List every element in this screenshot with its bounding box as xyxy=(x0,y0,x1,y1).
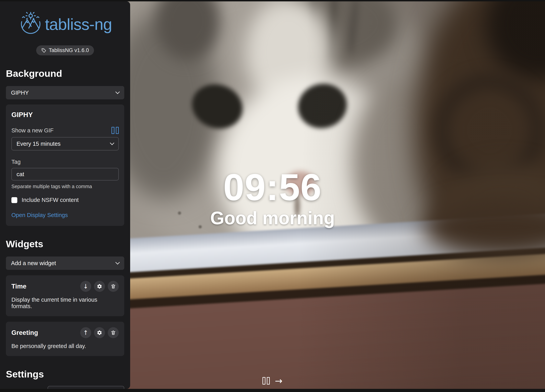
giphy-panel-title: GIPHY xyxy=(11,111,119,119)
settings-sidebar: tabliss-ng TablissNG v1.6.0 Background G… xyxy=(0,1,130,389)
pause-icon xyxy=(262,377,266,385)
arrow-right-icon: → xyxy=(275,375,283,386)
widget-title: Greeting xyxy=(11,329,38,336)
app-logo: tabliss-ng xyxy=(6,12,124,37)
giphy-panel: GIPHY Show a new GIF Every 15 minutes Ta… xyxy=(6,104,124,226)
chevron-down-icon xyxy=(110,141,114,145)
background-provider-value: GIPHY xyxy=(11,90,29,96)
time-widget-card: Time ↓ Display the current time in vario… xyxy=(6,275,124,316)
next-background-button[interactable]: → xyxy=(275,376,283,385)
pause-background-button[interactable] xyxy=(262,377,270,385)
background-provider-select[interactable]: GIPHY xyxy=(6,86,124,99)
background-heading: Background xyxy=(6,68,124,79)
app-container: 09:56 Good morning → tabliss-ng xyxy=(0,0,545,392)
widget-description: Be personally greeted all day. xyxy=(11,343,119,349)
widget-title: Time xyxy=(11,283,26,290)
pause-rotation-button[interactable] xyxy=(111,127,119,134)
pause-icon xyxy=(116,127,119,134)
add-widget-select[interactable]: Add a new widget xyxy=(6,256,124,270)
widget-settings-button[interactable] xyxy=(94,281,105,292)
language-select[interactable]: English (US) xyxy=(48,386,124,389)
settings-heading: Settings xyxy=(6,369,124,380)
trash-icon xyxy=(111,330,116,335)
widget-description: Display the current time in various form… xyxy=(11,296,119,309)
trash-icon xyxy=(111,283,116,289)
tag-icon xyxy=(41,48,46,53)
chevron-down-icon xyxy=(115,260,120,265)
nsfw-checkbox[interactable] xyxy=(11,197,17,203)
delete-widget-button[interactable] xyxy=(108,281,119,292)
chevron-down-icon xyxy=(115,90,120,94)
gear-icon xyxy=(97,283,102,289)
widget-settings-button[interactable] xyxy=(94,327,105,338)
gear-icon xyxy=(97,330,102,335)
move-widget-up-button[interactable]: ↑ xyxy=(80,327,91,338)
add-widget-placeholder: Add a new widget xyxy=(11,260,56,266)
mountain-logo-icon xyxy=(18,12,43,37)
refresh-interval-value: Every 15 minutes xyxy=(17,141,61,147)
version-badge-label: TablissNG v1.6.0 xyxy=(49,47,89,54)
nsfw-label: Include NSFW content xyxy=(22,197,79,203)
delete-widget-button[interactable] xyxy=(108,327,119,338)
refresh-label: Show a new GIF xyxy=(11,127,54,134)
widgets-heading: Widgets xyxy=(6,238,124,249)
tag-label: Tag xyxy=(11,159,21,165)
move-widget-down-button[interactable]: ↓ xyxy=(80,281,91,292)
tag-input[interactable] xyxy=(11,168,119,181)
refresh-interval-select[interactable]: Every 15 minutes xyxy=(11,137,119,151)
open-display-settings-link[interactable]: Open Display Settings xyxy=(11,212,68,218)
arrow-up-icon: ↑ xyxy=(83,330,88,336)
tag-help-text: Separate multiple tags with a comma xyxy=(11,184,119,189)
pause-icon xyxy=(111,127,114,134)
logo-wordmark: tabliss-ng xyxy=(45,15,112,34)
greeting-widget-card: Greeting ↑ Be personally greeted all day… xyxy=(6,322,124,356)
arrow-down-icon: ↓ xyxy=(83,283,88,289)
version-badge: TablissNG v1.6.0 xyxy=(36,45,94,55)
pause-icon xyxy=(267,377,270,385)
